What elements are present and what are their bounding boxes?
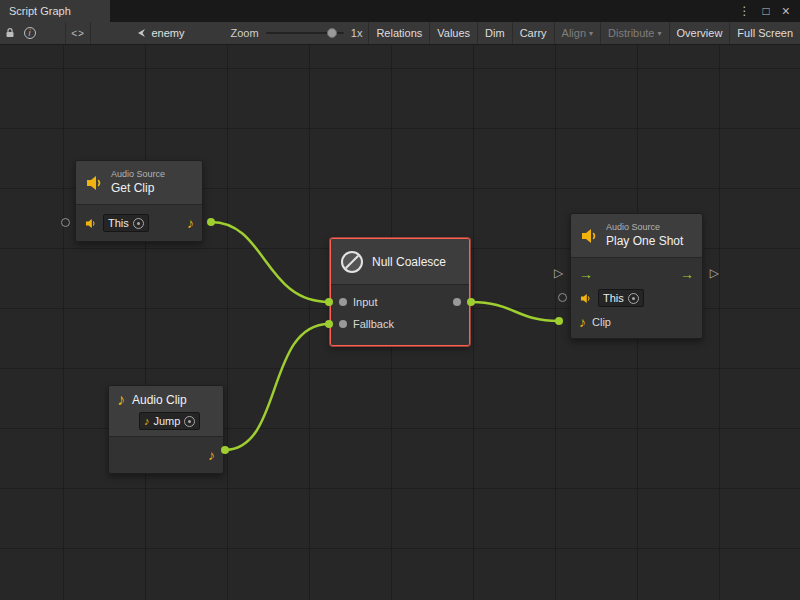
node-title: Audio Clip	[132, 393, 187, 407]
graph-canvas[interactable]: Audio Source Get Clip This ♪	[0, 45, 800, 600]
target-value: This	[108, 217, 129, 229]
relations-button[interactable]: Relations	[368, 22, 429, 44]
wire-coalesce-to-clip[interactable]	[471, 302, 559, 321]
align-button[interactable]: Align ▾	[554, 22, 600, 44]
flow-in-arrow-icon[interactable]: →	[579, 267, 593, 281]
lock-icon[interactable]	[0, 22, 20, 44]
zoom-label: Zoom	[231, 27, 259, 39]
graph-name: enemy	[152, 27, 185, 39]
flow-input-port[interactable]: ▷	[554, 267, 563, 279]
audioclip-field-icon: ♪	[144, 416, 150, 427]
graph-asset-icon	[135, 27, 147, 39]
node-header: Audio Source Play One Shot	[571, 214, 702, 258]
input-port-dot[interactable]	[339, 298, 347, 306]
target-value: This	[603, 292, 624, 304]
audioclip-input-icon: ♪	[579, 315, 586, 329]
dim-button[interactable]: Dim	[477, 22, 512, 44]
node-title: Null Coalesce	[372, 255, 446, 269]
menu-icon[interactable]: ⋮	[739, 5, 751, 17]
zoom-slider-handle[interactable]	[327, 28, 337, 38]
fallback-port-dot[interactable]	[339, 320, 347, 328]
target-object-field[interactable]: This	[103, 214, 149, 232]
wire-getclip-to-input[interactable]	[211, 222, 329, 302]
maximize-icon[interactable]: □	[763, 5, 770, 17]
audioclip-output-icon: ♪	[187, 216, 194, 230]
flow-out-arrow-icon[interactable]: →	[680, 267, 694, 281]
wire-audioclip-to-fallback[interactable]	[225, 324, 329, 450]
port-dot	[555, 317, 563, 325]
graph-toolbar: i <> enemy Zoom 1x Relations Values Dim …	[0, 22, 800, 45]
audioclip-output-icon: ♪	[208, 448, 215, 462]
code-icon[interactable]: <>	[65, 22, 90, 44]
node-header: Null Coalesce	[331, 239, 469, 285]
zoom-value: 1x	[351, 27, 363, 39]
result-output-port-dot[interactable]	[453, 298, 461, 306]
audio-source-icon	[579, 226, 599, 246]
node-category: Audio Source	[111, 169, 165, 180]
tab-bar: Script Graph ⋮ □ ×	[0, 0, 800, 22]
this-input-port[interactable]	[558, 293, 567, 302]
node-play-one-shot[interactable]: Audio Source Play One Shot → → This	[570, 213, 703, 339]
window-controls: ⋮ □ ×	[739, 0, 800, 22]
speaker-icon	[84, 217, 97, 230]
graph-breadcrumb[interactable]: enemy	[135, 27, 185, 39]
audio-source-icon	[84, 173, 104, 193]
overview-button[interactable]: Overview	[669, 22, 730, 44]
tab-title: Script Graph	[9, 5, 71, 17]
port-label: Fallback	[353, 318, 394, 330]
unity-window: Script Graph ⋮ □ × i <> enemy Zoom	[0, 0, 800, 600]
values-button[interactable]: Values	[429, 22, 477, 44]
chevron-down-icon: ▾	[589, 29, 593, 38]
info-icon[interactable]: i	[20, 22, 40, 44]
distribute-button[interactable]: Distribute ▾	[600, 22, 668, 44]
carry-button[interactable]: Carry	[512, 22, 554, 44]
node-get-clip[interactable]: Audio Source Get Clip This ♪	[75, 160, 203, 242]
object-picker-icon[interactable]	[628, 293, 639, 304]
target-object-field[interactable]: This	[598, 289, 644, 307]
port-dot	[207, 218, 215, 226]
node-category: Audio Source	[606, 222, 683, 233]
object-picker-icon[interactable]	[133, 218, 144, 229]
node-null-coalesce[interactable]: Null Coalesce Input Fallback	[330, 238, 470, 346]
speaker-icon	[579, 292, 592, 305]
this-input-port[interactable]	[61, 218, 70, 227]
flow-output-port[interactable]: ▷	[710, 267, 719, 279]
node-title: Get Clip	[111, 181, 165, 196]
tab-script-graph[interactable]: Script Graph	[0, 0, 110, 22]
fullscreen-button[interactable]: Full Screen	[729, 22, 800, 44]
object-picker-icon[interactable]	[184, 416, 195, 427]
zoom-slider[interactable]	[266, 27, 344, 39]
close-icon[interactable]: ×	[782, 4, 790, 18]
audioclip-icon: ♪	[117, 392, 125, 408]
audioclip-object-field[interactable]: ♪ Jump	[139, 412, 200, 430]
null-coalesce-icon	[341, 251, 363, 273]
chevron-down-icon: ▾	[658, 29, 662, 38]
port-label: Input	[353, 296, 377, 308]
toolbar-buttons: Relations Values Dim Carry Align ▾ Distr…	[368, 22, 800, 44]
node-audio-clip[interactable]: ♪ Audio Clip ♪ Jump ♪	[108, 385, 224, 474]
node-title: Play One Shot	[606, 234, 683, 249]
audioclip-value: Jump	[154, 415, 181, 427]
node-header: ♪ Audio Clip ♪ Jump	[109, 386, 223, 437]
node-header: Audio Source Get Clip	[76, 161, 202, 205]
port-label: Clip	[592, 316, 611, 328]
